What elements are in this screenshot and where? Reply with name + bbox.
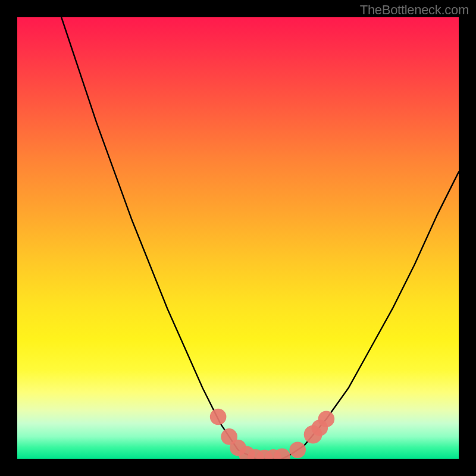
plot-area bbox=[17, 17, 459, 459]
bottleneck-curve bbox=[61, 17, 459, 459]
data-marker bbox=[318, 411, 335, 427]
data-marker bbox=[289, 441, 306, 458]
chart-frame: TheBottleneck.com bbox=[0, 0, 476, 476]
chart-svg bbox=[17, 17, 459, 459]
markers-layer bbox=[210, 409, 334, 459]
attribution-text: TheBottleneck.com bbox=[360, 2, 469, 18]
data-marker bbox=[210, 409, 227, 425]
curve-layer bbox=[61, 17, 459, 459]
